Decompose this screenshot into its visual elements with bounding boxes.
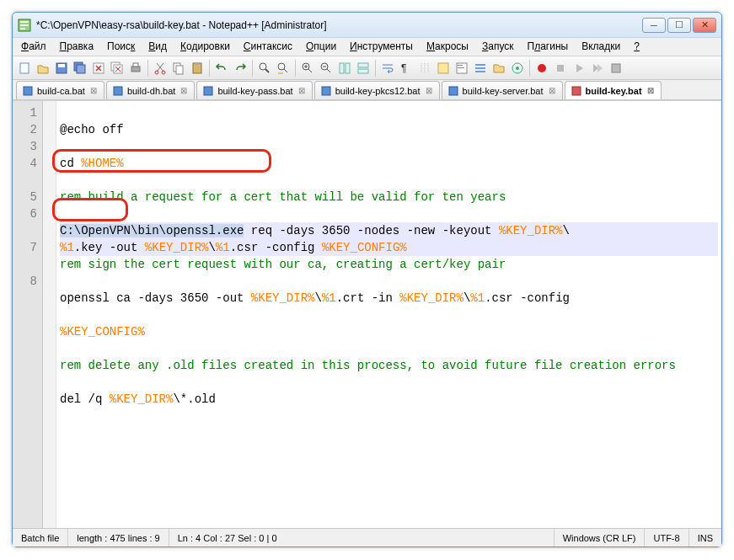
play-multi-icon[interactable] (589, 60, 606, 77)
menu-tabs[interactable]: Вкладки (575, 38, 627, 56)
tab-label: build-key-pass.bat (217, 86, 292, 96)
play-macro-icon[interactable] (571, 60, 587, 77)
zoom-out-icon[interactable] (318, 60, 335, 77)
tab-build-key[interactable]: build-key.bat ⊠ (565, 81, 662, 99)
menu-search[interactable]: Поиск (100, 38, 142, 56)
tab-build-ca[interactable]: build-ca.bat ⊠ (16, 81, 104, 99)
replace-icon[interactable] (275, 60, 292, 77)
status-eol[interactable]: Windows (CR LF) (555, 529, 646, 547)
tab-label: build-key-server.bat (463, 86, 544, 96)
tab-strip: build-ca.bat ⊠ build-dh.bat ⊠ build-key-… (13, 80, 721, 100)
svg-rect-32 (458, 67, 464, 68)
svg-rect-12 (131, 67, 140, 72)
line-number: 7 (13, 239, 37, 273)
record-macro-icon[interactable] (533, 60, 550, 77)
tab-build-key-pkcs12[interactable]: build-key-pkcs12.bat ⊠ (314, 81, 440, 99)
copy-icon[interactable] (170, 60, 187, 77)
sync-hscroll-icon[interactable] (355, 60, 372, 77)
save-icon[interactable] (53, 60, 70, 77)
menu-help[interactable]: ? (627, 38, 646, 56)
tab-close-icon[interactable]: ⊠ (297, 86, 307, 96)
stop-macro-icon[interactable] (552, 60, 569, 77)
undo-icon[interactable] (213, 60, 230, 77)
find-icon[interactable] (256, 60, 273, 77)
monitoring-icon[interactable] (509, 60, 526, 77)
tab-close-icon[interactable]: ⊠ (424, 86, 434, 96)
code-line: rem sign the cert request with our ca, c… (60, 256, 718, 273)
file-saved-icon (202, 85, 214, 97)
svg-rect-34 (475, 67, 485, 69)
svg-rect-33 (475, 64, 485, 66)
tab-close-icon[interactable]: ⊠ (547, 86, 557, 96)
tab-close-icon[interactable]: ⊠ (88, 86, 99, 96)
close-file-icon[interactable] (90, 60, 107, 77)
wordwrap-icon[interactable] (379, 60, 396, 77)
line-number: 1 (13, 104, 37, 121)
tab-close-icon[interactable]: ⊠ (179, 86, 189, 96)
tab-close-icon[interactable]: ⊠ (646, 86, 656, 96)
user-lang-icon[interactable] (435, 60, 452, 77)
folder-tree-icon[interactable] (490, 60, 507, 77)
redo-icon[interactable] (232, 60, 249, 77)
toolbar: ¶ (13, 56, 721, 80)
menu-view[interactable]: Вид (142, 38, 174, 56)
close-all-icon[interactable] (109, 60, 126, 77)
status-encoding[interactable]: UTF-8 (645, 529, 688, 547)
tab-build-key-pass[interactable]: build-key-pass.bat ⊠ (196, 81, 312, 99)
sync-vscroll-icon[interactable] (336, 60, 353, 77)
save-macro-icon[interactable] (608, 60, 624, 77)
svg-rect-2 (20, 24, 29, 26)
tab-label: build-key.bat (586, 86, 642, 96)
svg-rect-4 (20, 63, 29, 73)
svg-rect-24 (340, 63, 344, 73)
save-all-icon[interactable] (72, 60, 88, 77)
line-number: 8 (13, 273, 37, 290)
menu-syntax[interactable]: Синтаксис (237, 38, 299, 56)
editor-area[interactable]: 1 2 3 4 5 6 7 8 @echo off cd %HOME% rem … (13, 100, 721, 528)
menu-macros[interactable]: Макросы (420, 38, 475, 56)
menu-encoding[interactable]: Кодировки (174, 38, 237, 56)
print-icon[interactable] (127, 60, 144, 77)
cut-icon[interactable] (152, 60, 169, 77)
titlebar[interactable]: *C:\OpenVPN\easy-rsa\build-key.bat - Not… (13, 13, 721, 38)
svg-rect-13 (133, 63, 138, 67)
close-button[interactable]: ✕ (693, 18, 716, 33)
svg-text:¶: ¶ (401, 62, 406, 74)
fold-column (43, 101, 56, 528)
svg-rect-19 (195, 62, 200, 65)
tab-label: build-dh.bat (127, 86, 176, 96)
menu-run[interactable]: Запуск (475, 38, 521, 56)
show-chars-icon[interactable]: ¶ (398, 60, 415, 77)
status-length: length : 475 lines : 9 (68, 529, 169, 547)
maximize-button[interactable]: ☐ (667, 18, 691, 33)
doc-map-icon[interactable] (453, 60, 470, 77)
menu-file[interactable]: Файл (14, 38, 53, 56)
svg-rect-3 (20, 28, 25, 29)
svg-rect-31 (458, 65, 463, 66)
code-content[interactable]: @echo off cd %HOME% rem build a request … (56, 101, 721, 528)
func-list-icon[interactable] (472, 60, 489, 77)
menu-tools[interactable]: Инструменты (343, 38, 420, 56)
svg-rect-8 (77, 65, 85, 73)
open-file-icon[interactable] (35, 60, 51, 77)
svg-rect-29 (438, 63, 448, 73)
code-line-current: C:\OpenVPN\bin\openssl.exe req -days 365… (60, 222, 718, 239)
tab-build-key-server[interactable]: build-key-server.bat ⊠ (442, 81, 563, 99)
app-window: *C:\OpenVPN\easy-rsa\build-key.bat - Not… (12, 12, 722, 547)
code-line: openssl ca -days 3650 -out %KEY_DIR%\%1.… (60, 290, 718, 307)
minimize-button[interactable]: ─ (642, 18, 666, 33)
menu-plugins[interactable]: Плагины (521, 38, 576, 56)
new-file-icon[interactable] (16, 60, 33, 77)
zoom-in-icon[interactable] (299, 60, 316, 77)
svg-rect-6 (58, 64, 65, 67)
indent-guide-icon[interactable] (416, 60, 433, 77)
tab-build-dh[interactable]: build-dh.bat ⊠ (106, 81, 196, 99)
status-insert-mode[interactable]: INS (689, 529, 721, 547)
code-line: del /q %KEY_DIR%\*.old (60, 391, 718, 408)
paste-icon[interactable] (189, 60, 206, 77)
menu-options[interactable]: Опции (299, 38, 343, 56)
status-filetype: Batch file (13, 529, 68, 547)
menu-edit[interactable]: Правка (53, 38, 101, 56)
svg-rect-43 (204, 87, 212, 95)
toolbar-separator (209, 60, 210, 77)
